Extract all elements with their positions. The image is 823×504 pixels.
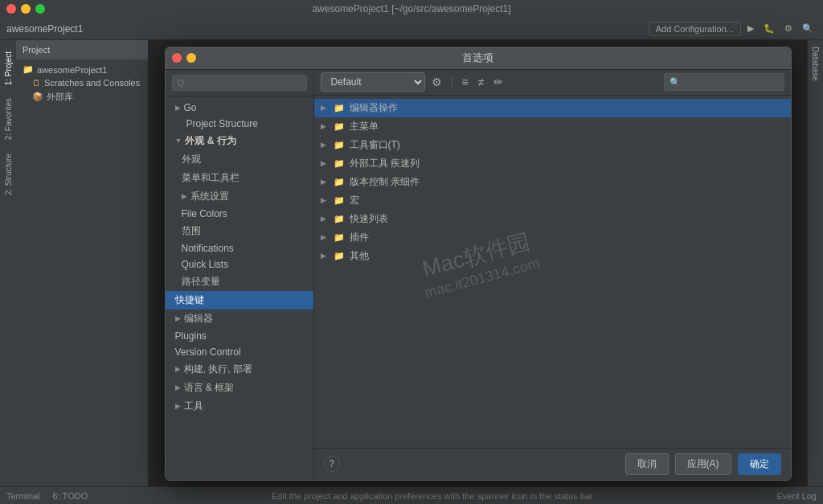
- help-button[interactable]: ?: [324, 456, 340, 472]
- prefs-plugins-label: Plugins: [175, 330, 207, 342]
- km-folder-icon-2: 📁: [334, 121, 345, 132]
- km-folder-icon-4: 📁: [334, 158, 345, 169]
- prefs-titlebar: 首选项: [166, 47, 791, 70]
- prefs-build[interactable]: ▶ 构建, 执行, 部署: [166, 360, 313, 379]
- search-everywhere-button[interactable]: 🔍: [799, 22, 817, 35]
- todo-button[interactable]: 6: TODO: [53, 491, 88, 501]
- prefs-right-panel: Default ⚙ ≡ ≠ ✏ 🔍: [314, 70, 791, 480]
- minimize-button[interactable]: [21, 4, 31, 14]
- prefs-tools-label: 工具: [184, 400, 203, 413]
- tree-item-scratches[interactable]: 🗒 Scratches and Consoles: [16, 76, 148, 89]
- km-external-tools[interactable]: ▶ 📁 外部工具 疾速列: [314, 154, 791, 173]
- km-vcs-label: 版本控制 亲细件: [350, 175, 420, 189]
- prefs-search-input[interactable]: [172, 75, 307, 91]
- prefs-close-button[interactable]: [172, 53, 182, 63]
- km-plugins[interactable]: ▶ 📁 插件: [314, 228, 791, 247]
- keymap-filter-button[interactable]: ≠: [475, 74, 488, 90]
- prefs-languages[interactable]: ▶ 语言 & 框架: [166, 379, 313, 397]
- prefs-plugins[interactable]: Plugins: [166, 328, 313, 344]
- close-button[interactable]: [6, 4, 16, 14]
- event-log-button[interactable]: Event Log: [776, 491, 817, 501]
- prefs-notifications[interactable]: Notifications: [166, 240, 313, 256]
- km-folder-icon: 📁: [334, 103, 345, 113]
- keymap-sort-button[interactable]: ≡: [459, 74, 472, 90]
- prefs-path-variables[interactable]: 路径变量: [166, 272, 313, 291]
- add-configuration-button[interactable]: Add Configuration...: [649, 22, 741, 36]
- tree-item-project[interactable]: 📁 awesomeProject1: [16, 63, 148, 76]
- sidebar-item-structure[interactable]: 2: Structure: [2, 149, 14, 200]
- expand-icon: ▶: [175, 104, 181, 112]
- project-panel-header: Project: [16, 40, 148, 59]
- toolbar-separator: [452, 76, 452, 88]
- prefs-file-colors[interactable]: File Colors: [166, 206, 313, 222]
- km-quick-lists-label: 快速列表: [350, 212, 388, 226]
- km-expand-icon-8: ▶: [321, 233, 329, 241]
- prefs-tools[interactable]: ▶ 工具: [166, 397, 313, 416]
- settings-button[interactable]: ⚙: [781, 22, 796, 35]
- km-quick-lists[interactable]: ▶ 📁 快速列表: [314, 210, 791, 228]
- tree-item-scratches-label: Scratches and Consoles: [44, 78, 140, 88]
- prefs-go[interactable]: ▶ Go: [166, 100, 313, 116]
- prefs-editor-label: 编辑器: [184, 312, 213, 326]
- keymap-search-box[interactable]: 🔍: [664, 73, 784, 91]
- km-vcs[interactable]: ▶ 📁 版本控制 亲细件: [314, 173, 791, 191]
- debug-button[interactable]: 🐛: [760, 22, 778, 35]
- search-icon: 🔍: [669, 77, 681, 88]
- prefs-min-button[interactable]: [186, 53, 196, 63]
- window-controls: [6, 4, 45, 14]
- ok-button[interactable]: 确定: [738, 453, 781, 475]
- prefs-nav-tree: ▶ Go Project Structure ▼ 外观 & 行为: [166, 96, 313, 480]
- prefs-menus-label: 菜单和工具栏: [182, 171, 240, 185]
- prefs-quick-lists[interactable]: Quick Lists: [166, 256, 313, 272]
- km-other[interactable]: ▶ 📁 其他: [314, 247, 791, 265]
- prefs-build-label: 构建, 执行, 部署: [184, 363, 252, 376]
- tree-item-external[interactable]: 📦 外部库: [16, 89, 148, 104]
- prefs-keymap[interactable]: 快捷键: [166, 291, 313, 309]
- prefs-project-structure[interactable]: Project Structure: [166, 116, 313, 132]
- prefs-keymap-label: 快捷键: [175, 293, 204, 307]
- apply-button[interactable]: 应用(A): [675, 453, 731, 475]
- prefs-scope[interactable]: 范围: [166, 222, 313, 240]
- expand-icon-lang: ▶: [175, 383, 181, 391]
- prefs-window-controls: [172, 53, 196, 63]
- keymap-settings-button[interactable]: ⚙: [428, 74, 445, 90]
- status-hint: Edit the project and application prefere…: [272, 491, 593, 501]
- prefs-appearance-section[interactable]: ▼ 外观 & 行为: [166, 132, 313, 150]
- tree-item-label: awesomeProject1: [37, 65, 107, 75]
- keymap-edit-button[interactable]: ✏: [490, 74, 506, 90]
- sidebar-item-favorites[interactable]: 2: Favorites: [2, 93, 14, 145]
- tree-item-external-label: 外部库: [47, 91, 73, 103]
- prefs-system-settings[interactable]: ▶ 系统设置: [166, 187, 313, 206]
- prefs-title: 首选项: [462, 51, 493, 65]
- km-tool-windows[interactable]: ▶ 📁 工具窗口(T): [314, 136, 791, 154]
- km-expand-icon-4: ▶: [321, 159, 329, 167]
- prefs-version-control[interactable]: Version Control: [166, 344, 313, 360]
- project-name: awesomeProject1: [6, 23, 83, 35]
- project-label: Project: [23, 45, 50, 55]
- project-tree: 📁 awesomeProject1 🗒 Scratches and Consol…: [16, 59, 148, 504]
- km-macros[interactable]: ▶ 📁 宏: [314, 191, 791, 210]
- cancel-button[interactable]: 取消: [625, 453, 669, 475]
- km-expand-icon-3: ▶: [321, 141, 329, 149]
- prefs-appearance[interactable]: 外观: [166, 150, 313, 169]
- prefs-footer: ? 取消 应用(A) 确定: [314, 448, 791, 480]
- km-folder-icon-7: 📁: [334, 214, 345, 224]
- prefs-editor[interactable]: ▶ 编辑器: [166, 309, 313, 328]
- prefs-notifications-label: Notifications: [182, 243, 234, 254]
- maximize-button[interactable]: [35, 4, 45, 14]
- km-editor-actions[interactable]: ▶ 📁 编辑器操作: [314, 99, 791, 117]
- prefs-system-label: 系统设置: [190, 190, 229, 203]
- status-left: Terminal 6: TODO: [6, 491, 88, 501]
- sidebar-item-project[interactable]: 1: Project: [2, 47, 14, 90]
- terminal-button[interactable]: Terminal: [6, 491, 40, 501]
- prefs-file-colors-label: File Colors: [182, 208, 227, 219]
- km-main-menu[interactable]: ▶ 📁 主菜单: [314, 117, 791, 136]
- keymap-profile-select[interactable]: Default: [321, 72, 425, 92]
- prefs-body: ▶ Go Project Structure ▼ 外观 & 行为: [166, 70, 791, 480]
- expand-icon-editor: ▶: [175, 314, 181, 322]
- prefs-menus[interactable]: 菜单和工具栏: [166, 169, 313, 187]
- database-tab[interactable]: Database: [809, 40, 821, 88]
- km-expand-icon-9: ▶: [321, 252, 329, 260]
- km-expand-icon: ▶: [321, 104, 329, 112]
- run-button[interactable]: ▶: [744, 22, 757, 35]
